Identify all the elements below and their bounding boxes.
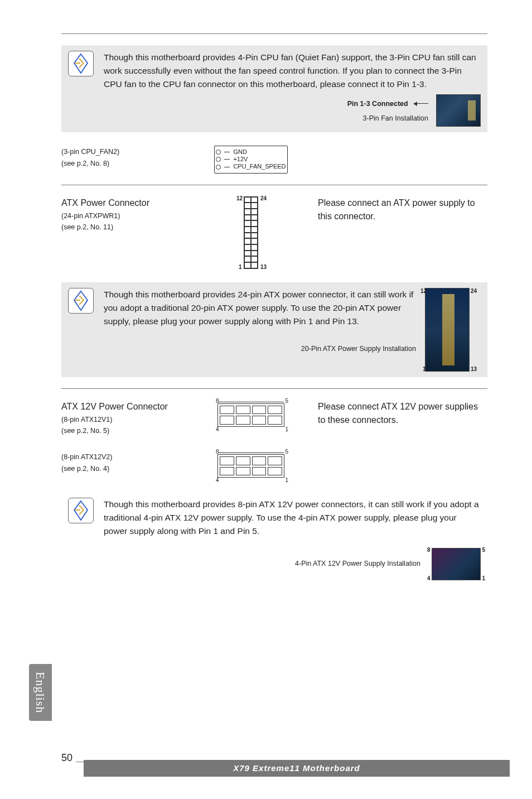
warning2-text: Though this motherboard provides 24-pin … [104,288,416,328]
atx12v-sub4: (see p.2, No. 4) [61,464,184,474]
fan-3pin-diagram: GND +12V CPU_FAN_SPEED [214,146,287,174]
warning-box-cpu-fan: Though this motherboard provides 4-Pin C… [61,45,487,132]
warning-box-atx12v: Though this motherboard provides 8-pin A… [61,492,487,586]
pin-connected-label: Pin 1-3 Connected [347,100,408,108]
footer-title: X79 Extreme11 Motherboard [84,760,510,777]
atx4-photo [432,548,481,580]
fan-install-label: 3-Pin Fan Installation [347,113,428,124]
page-number: 50 [61,750,72,766]
atx12v-desc: Please connect ATX 12V power supplies to… [318,400,487,427]
warning3-text: Though this motherboard provides 8-pin A… [104,498,481,538]
warning1-text: Though this motherboard provides 4-Pin C… [104,51,481,91]
warning-icon [68,498,94,523]
fan-photo-thumb [436,94,481,127]
atx12v-sub1: (8-pin ATX12V1) [61,415,184,425]
language-tab: English [29,664,52,721]
atx24-desc: Please connect an ATX power supply to th… [318,196,487,223]
atx24-title: ATX Power Connector [61,196,184,210]
atx24-diagram: 12 24 1 13 [240,196,262,269]
atx20-photo [425,288,470,372]
atx8-diagram-1: 8 5 4 1 [215,400,287,430]
warning-icon [68,288,94,314]
cpu-fan2-title: (3-pin CPU_FAN2) [61,147,184,157]
warning-box-atx24: Though this motherboard provides 24-pin … [61,282,487,377]
warning-icon [68,51,94,76]
atx12v-sub2: (see p.2, No. 5) [61,426,184,436]
cpu-fan2-sub: (see p.2, No. 8) [61,158,184,169]
warning2-caption: 20-Pin ATX Power Supply Installation [104,344,416,354]
atx24-sub2: (see p.2, No. 11) [61,222,184,233]
warning3-caption: 4-Pin ATX 12V Power Supply Installation [295,559,420,569]
arrow-left-icon [414,103,428,104]
atx24-sub1: (24-pin ATXPWR1) [61,211,184,222]
atx8-diagram-2: 8 5 4 1 [215,451,287,481]
atx12v-title: ATX 12V Power Connector [61,400,184,413]
atx12v-sub3: (8-pin ATX12V2) [61,452,184,463]
